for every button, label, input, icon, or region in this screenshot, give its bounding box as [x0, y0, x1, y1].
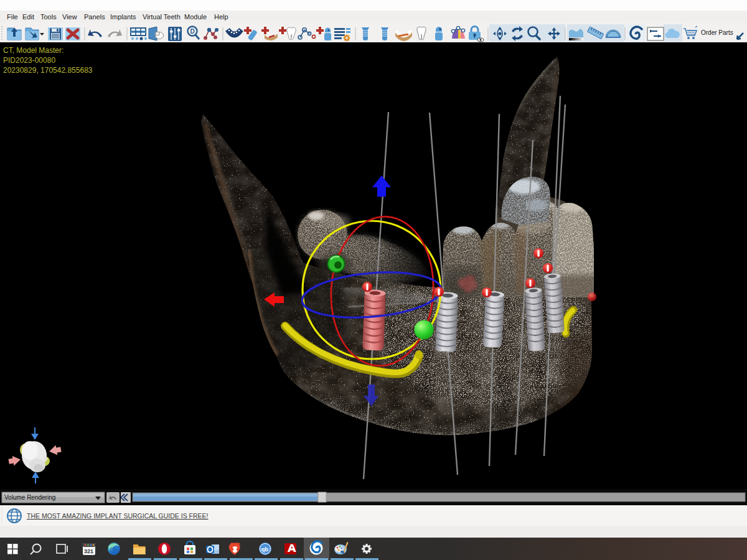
svg-text:D: D [190, 28, 195, 35]
svg-text:Order Parts: Order Parts [701, 29, 733, 36]
svg-text:321: 321 [84, 548, 93, 554]
svg-text:Volume Rendering: Volume Rendering [4, 494, 55, 501]
svg-text:qb: qb [261, 546, 269, 553]
svg-text:THE MOST AMAZING IMPLANT SURGI: THE MOST AMAZING IMPLANT SURGICAL GUIDE … [27, 512, 209, 520]
